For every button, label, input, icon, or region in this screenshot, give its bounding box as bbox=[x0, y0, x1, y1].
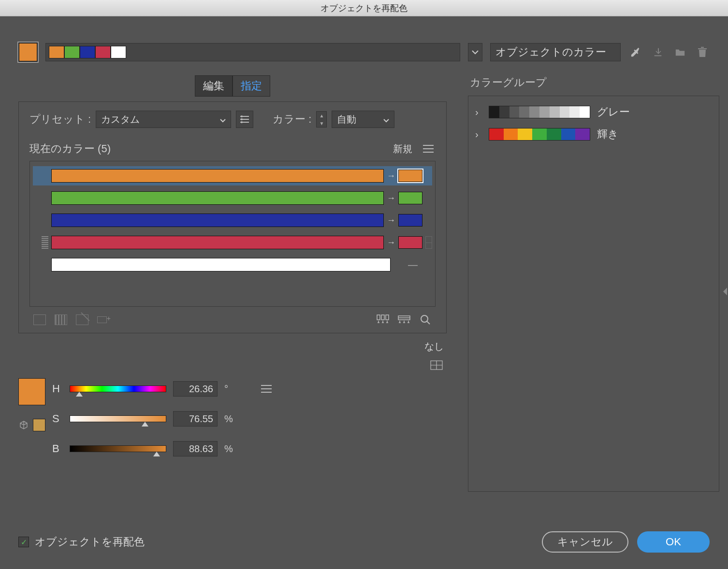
target-color-swatch[interactable] bbox=[398, 236, 422, 249]
palette-strip[interactable] bbox=[45, 43, 460, 61]
svg-point-4 bbox=[241, 118, 243, 120]
color-row[interactable]: → bbox=[33, 188, 432, 208]
preset-value: カスタム bbox=[101, 113, 140, 126]
new-column-header: 新規 bbox=[393, 142, 412, 156]
save-group-icon[interactable] bbox=[651, 45, 665, 59]
color-row[interactable]: → bbox=[33, 166, 432, 185]
recolor-checkbox[interactable]: ✓ bbox=[18, 537, 29, 547]
new-row-icon[interactable]: + bbox=[96, 313, 111, 327]
group-name-label: 輝き bbox=[597, 127, 619, 142]
b-label: B bbox=[52, 442, 63, 455]
row-handle[interactable] bbox=[42, 236, 48, 249]
cube-icon[interactable] bbox=[18, 420, 29, 430]
chevron-right-icon: › bbox=[475, 129, 482, 140]
active-color-swatch[interactable] bbox=[18, 43, 38, 62]
palette-mini-swatch[interactable] bbox=[80, 46, 95, 58]
collapse-panel-icon[interactable] bbox=[721, 287, 728, 299]
s-unit: % bbox=[224, 413, 236, 425]
cancel-button[interactable]: キャンセル bbox=[542, 531, 628, 553]
b-value[interactable]: 88.63 bbox=[173, 441, 218, 456]
trash-icon[interactable] bbox=[695, 45, 710, 59]
row-stepper-icon[interactable] bbox=[425, 236, 432, 249]
arrow-icon[interactable]: → bbox=[387, 215, 395, 226]
color-row[interactable]: → bbox=[33, 211, 432, 230]
svg-point-10 bbox=[421, 315, 428, 322]
no-target-dash: — bbox=[393, 259, 432, 270]
palette-mini-swatch[interactable] bbox=[64, 46, 80, 58]
svg-point-3 bbox=[241, 115, 243, 117]
s-value[interactable]: 76.55 bbox=[173, 411, 218, 427]
none-label: なし bbox=[424, 340, 444, 353]
randomize-sat-icon[interactable] bbox=[397, 313, 411, 327]
palette-mini-swatch[interactable] bbox=[49, 46, 64, 58]
b-slider[interactable] bbox=[70, 445, 166, 452]
colors-value: 自動 bbox=[337, 113, 356, 126]
find-color-icon[interactable] bbox=[418, 313, 433, 327]
current-color-bar[interactable] bbox=[51, 258, 391, 271]
preset-dropdown[interactable]: カスタム bbox=[96, 111, 231, 128]
ok-button[interactable]: OK bbox=[637, 531, 710, 553]
h-slider[interactable] bbox=[70, 385, 166, 392]
arrow-icon[interactable]: → bbox=[387, 171, 395, 181]
randomize-order-icon[interactable] bbox=[376, 313, 390, 327]
hsb-sample-swatch[interactable] bbox=[18, 378, 45, 405]
eyedropper-icon[interactable] bbox=[628, 45, 643, 59]
group-name-label: グレー bbox=[597, 105, 630, 119]
target-color-swatch[interactable] bbox=[398, 192, 422, 204]
colors-dropdown[interactable]: 自動 bbox=[332, 111, 394, 128]
color-row[interactable]: → bbox=[33, 233, 432, 252]
svg-rect-7 bbox=[381, 315, 384, 320]
current-color-bar[interactable] bbox=[51, 213, 384, 227]
h-value[interactable]: 26.36 bbox=[173, 381, 218, 397]
folder-icon[interactable] bbox=[673, 45, 687, 59]
window-title: オブジェクトを再配色 bbox=[0, 0, 728, 16]
b-unit: % bbox=[224, 443, 236, 455]
recolor-checkbox-label: オブジェクトを再配色 bbox=[35, 535, 145, 549]
color-groups-title: カラーグループ bbox=[468, 75, 719, 90]
group-color-strip bbox=[489, 106, 590, 118]
h-unit: ° bbox=[224, 384, 236, 395]
color-group-item[interactable]: ›輝き bbox=[473, 123, 714, 145]
color-count-stepper[interactable]: ▲▼ bbox=[316, 111, 327, 128]
target-color-swatch[interactable] bbox=[398, 214, 422, 227]
target-color-swatch[interactable] bbox=[398, 170, 422, 182]
row-menu-icon[interactable] bbox=[421, 142, 436, 156]
chevron-right-icon: › bbox=[475, 107, 482, 118]
colors-label: カラー : bbox=[273, 112, 311, 127]
svg-rect-8 bbox=[386, 315, 389, 320]
color-row[interactable]: — bbox=[33, 255, 432, 274]
assign-panel: プリセット : カスタム カラー : ▲▼ 自動 bbox=[18, 101, 447, 333]
arrow-icon[interactable]: → bbox=[387, 193, 395, 203]
svg-rect-6 bbox=[377, 315, 380, 320]
palette-dropdown-chevron[interactable] bbox=[468, 43, 482, 61]
current-color-bar[interactable] bbox=[51, 236, 384, 249]
h-label: H bbox=[52, 383, 63, 395]
none-grid-icon[interactable] bbox=[429, 358, 444, 372]
slider-menu-icon[interactable] bbox=[259, 382, 274, 396]
tab-edit[interactable]: 編集 bbox=[195, 75, 233, 97]
arrow-icon[interactable]: → bbox=[387, 238, 395, 248]
cube-swatch[interactable] bbox=[33, 419, 45, 431]
color-group-name-field[interactable]: オブジェクトのカラー bbox=[490, 43, 621, 61]
color-group-item[interactable]: ›グレー bbox=[473, 101, 714, 123]
svg-point-5 bbox=[241, 121, 243, 123]
preset-options-icon[interactable] bbox=[236, 111, 253, 128]
current-colors-header: 現在のカラー (5) bbox=[29, 142, 111, 156]
group-color-strip bbox=[489, 128, 590, 141]
tab-assign[interactable]: 指定 bbox=[233, 75, 270, 97]
exclude-icon[interactable] bbox=[75, 313, 89, 327]
preset-label: プリセット : bbox=[29, 112, 91, 127]
current-color-bar[interactable] bbox=[51, 191, 384, 205]
color-rows-container: →→→→— bbox=[29, 161, 436, 307]
split-icon[interactable] bbox=[54, 313, 68, 327]
palette-mini-swatch[interactable] bbox=[111, 46, 126, 58]
s-label: S bbox=[52, 413, 63, 425]
current-color-bar[interactable] bbox=[51, 169, 384, 183]
palette-mini-swatch[interactable] bbox=[95, 46, 111, 58]
s-slider[interactable] bbox=[70, 415, 166, 422]
merge-icon[interactable] bbox=[32, 313, 47, 327]
color-groups-list: ›グレー›輝き bbox=[468, 96, 719, 492]
